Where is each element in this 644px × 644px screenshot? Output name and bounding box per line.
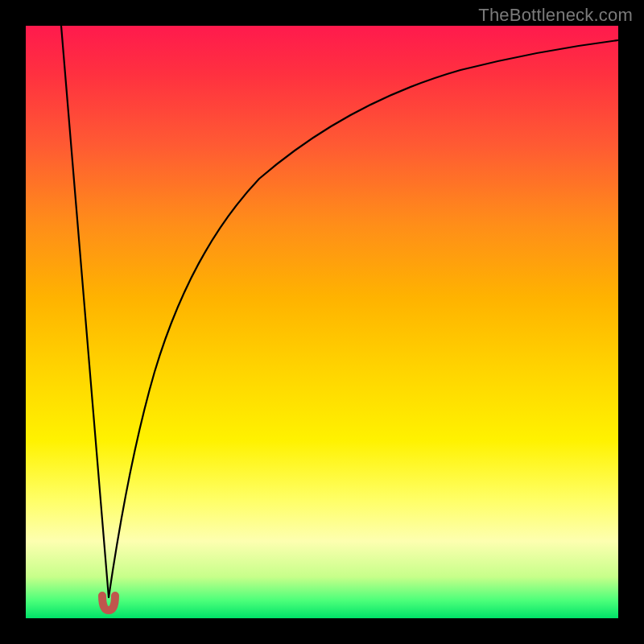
bottleneck-curve-svg (26, 26, 618, 618)
watermark-text: TheBottleneck.com (478, 5, 633, 26)
curve-right-branch (109, 40, 618, 597)
curve-left-branch (61, 26, 109, 597)
chart-frame: TheBottleneck.com (0, 0, 644, 644)
plot-area (26, 26, 618, 618)
